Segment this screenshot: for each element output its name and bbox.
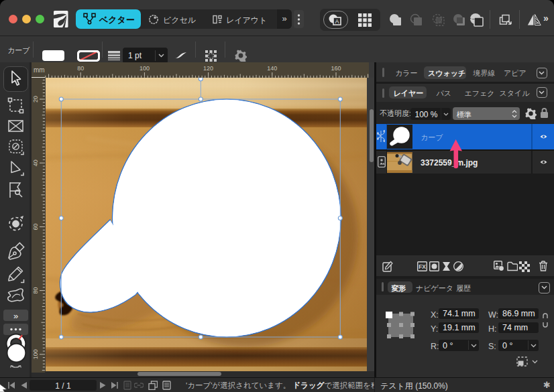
svg-text:100: 100 [32, 349, 39, 359]
svg-text:FX: FX [419, 263, 426, 270]
svg-text:40: 40 [32, 159, 39, 166]
svg-text:80: 80 [77, 65, 84, 72]
svg-text:160: 160 [331, 65, 341, 72]
svg-text:A: A [335, 18, 339, 25]
svg-text:60: 60 [32, 223, 39, 230]
svg-text:20: 20 [32, 96, 39, 103]
svg-text:»: » [13, 311, 18, 321]
svg-text:140: 140 [267, 65, 277, 72]
svg-text:120: 120 [203, 65, 213, 72]
svg-text:100: 100 [140, 65, 150, 72]
svg-text:80: 80 [32, 287, 39, 294]
